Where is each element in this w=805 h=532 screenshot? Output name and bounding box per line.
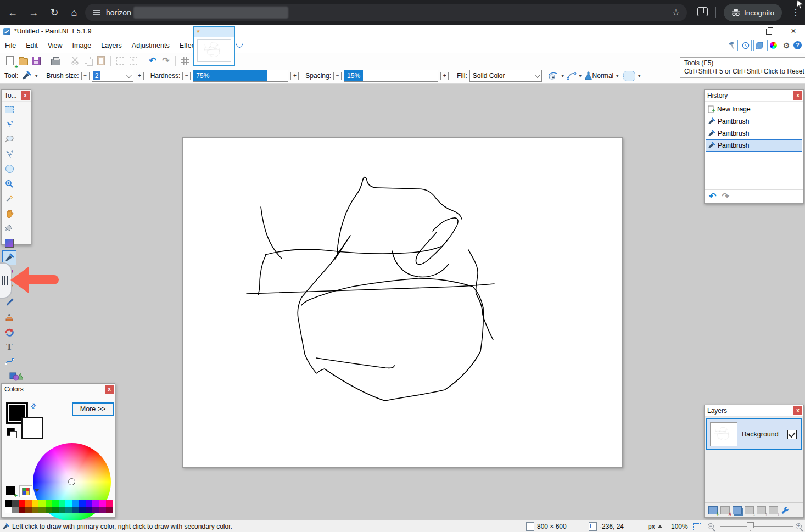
drawing-canvas[interactable] bbox=[182, 137, 623, 468]
palette-swatch[interactable] bbox=[19, 507, 25, 513]
menu-view[interactable]: View bbox=[43, 38, 68, 53]
tool-text[interactable]: T bbox=[2, 339, 16, 354]
brush-size-decrease[interactable]: − bbox=[81, 72, 90, 80]
palette-swatch[interactable] bbox=[52, 507, 59, 513]
move-layer-down-button[interactable]: ↓ bbox=[769, 506, 778, 514]
forward-icon[interactable]: → bbox=[25, 4, 42, 21]
close-icon[interactable]: x bbox=[105, 385, 114, 394]
close-button[interactable]: × bbox=[785, 25, 802, 37]
more-button[interactable]: More >> bbox=[72, 402, 114, 416]
mini-color-pair-icon[interactable] bbox=[7, 428, 15, 436]
palette-swatch[interactable] bbox=[12, 500, 18, 507]
spacing-increase[interactable]: + bbox=[440, 72, 449, 80]
tool-gradient[interactable] bbox=[2, 236, 16, 250]
palette-swatch[interactable] bbox=[79, 500, 86, 507]
move-layer-up-button[interactable]: ↑ bbox=[757, 506, 766, 514]
home-icon[interactable]: ⌂ bbox=[66, 4, 82, 21]
layer-visible-checkbox[interactable] bbox=[787, 430, 797, 439]
tool-pan[interactable] bbox=[2, 206, 16, 221]
brush-size-increase[interactable]: + bbox=[136, 72, 144, 80]
help-icon[interactable]: ? bbox=[793, 41, 802, 49]
merge-down-button[interactable]: ↓ bbox=[745, 506, 754, 514]
open-file-button[interactable] bbox=[16, 55, 30, 67]
tool-move-selection[interactable] bbox=[2, 147, 16, 161]
selection-mode-icon[interactable] bbox=[623, 71, 635, 81]
palette-swatch[interactable] bbox=[38, 500, 45, 507]
brush-size-combo[interactable]: 2 bbox=[92, 70, 133, 82]
palette-swatch[interactable] bbox=[86, 500, 92, 507]
delete-layer-button[interactable]: × bbox=[720, 506, 730, 514]
paste-button[interactable] bbox=[94, 55, 108, 67]
palette-swatch[interactable] bbox=[99, 507, 106, 513]
blend-mode-value[interactable]: Normal bbox=[592, 72, 614, 80]
zoom-level-value[interactable]: 100% bbox=[671, 523, 688, 530]
zoom-in-icon[interactable]: + bbox=[795, 523, 803, 531]
color-wheel-selector[interactable] bbox=[68, 478, 75, 485]
history-item-selected[interactable]: Paintbrush bbox=[706, 139, 802, 152]
tool-magic-wand[interactable] bbox=[2, 191, 16, 206]
add-color-button[interactable] bbox=[6, 486, 15, 495]
side-panel-icon[interactable] bbox=[697, 7, 708, 16]
tool-clone-stamp[interactable] bbox=[2, 310, 16, 324]
cut-button[interactable] bbox=[68, 55, 81, 67]
palette-swatch[interactable] bbox=[106, 507, 113, 513]
zoom-to-window-icon[interactable] bbox=[693, 523, 701, 530]
palette-swatch[interactable] bbox=[46, 500, 52, 507]
deselect-button[interactable]: × bbox=[127, 55, 140, 67]
unit-dropdown-arrow[interactable] bbox=[658, 523, 662, 528]
titlebar[interactable]: *Untitled - Paint.NET 5.1.9 – × bbox=[0, 25, 805, 37]
antialiasing-icon[interactable] bbox=[548, 71, 559, 80]
palette-swatch[interactable] bbox=[5, 507, 12, 513]
menu-image[interactable]: Image bbox=[68, 38, 97, 53]
palette-swatch[interactable] bbox=[65, 507, 72, 513]
palette-swatch[interactable] bbox=[38, 507, 45, 513]
layers-panel-toggle[interactable] bbox=[753, 40, 765, 51]
antialiasing-dropdown-arrow[interactable]: ▼ bbox=[561, 74, 565, 79]
undo-button[interactable]: ↶ bbox=[146, 55, 159, 67]
blend-mode-dropdown-arrow[interactable]: ▼ bbox=[615, 74, 619, 79]
palette-menu-button[interactable] bbox=[19, 485, 32, 497]
smoothing-dropdown-arrow[interactable]: ▼ bbox=[578, 74, 583, 79]
palette-swatch[interactable] bbox=[59, 507, 65, 513]
menu-edit[interactable]: Edit bbox=[21, 38, 43, 53]
menu-layers[interactable]: Layers bbox=[96, 38, 127, 53]
history-item[interactable]: Paintbrush bbox=[706, 127, 802, 139]
layer-row-selected[interactable]: Background bbox=[706, 418, 802, 450]
spacing-decrease[interactable]: − bbox=[333, 72, 342, 80]
history-panel-toggle[interactable] bbox=[740, 40, 752, 51]
hardness-slider[interactable]: 75% bbox=[193, 70, 288, 82]
tool-lasso-select[interactable] bbox=[2, 132, 16, 147]
tool-rectangle-select[interactable] bbox=[2, 102, 16, 117]
spacing-slider[interactable]: 15% bbox=[344, 70, 438, 82]
add-layer-button[interactable]: + bbox=[708, 506, 718, 514]
crop-button[interactable] bbox=[114, 55, 127, 67]
palette-swatch[interactable] bbox=[19, 500, 25, 507]
menu-adjustments[interactable]: Adjustments bbox=[127, 38, 175, 53]
grid-toggle-button[interactable] bbox=[178, 55, 192, 67]
palette-swatch[interactable] bbox=[92, 507, 99, 513]
close-icon[interactable]: x bbox=[21, 91, 30, 100]
palette-swatch[interactable] bbox=[59, 500, 65, 507]
secondary-color-swatch[interactable] bbox=[21, 417, 43, 439]
palette-swatch[interactable] bbox=[5, 500, 12, 507]
palette-swatch[interactable] bbox=[92, 500, 99, 507]
swap-colors-icon[interactable]: ⇄ bbox=[28, 401, 38, 411]
reload-icon[interactable]: ↻ bbox=[46, 4, 63, 21]
colors-panel-toggle[interactable] bbox=[767, 40, 779, 51]
copy-button[interactable] bbox=[81, 55, 94, 67]
palette-swatch[interactable] bbox=[72, 500, 79, 507]
redo-button[interactable]: ↷ bbox=[159, 55, 172, 67]
history-item[interactable]: New Image bbox=[706, 103, 802, 115]
image-tab[interactable]: * bbox=[193, 26, 235, 66]
menu-file[interactable]: File bbox=[0, 38, 21, 53]
tool-dropdown-arrow[interactable]: ▼ bbox=[34, 74, 38, 79]
tool-line-curve[interactable] bbox=[2, 354, 16, 369]
tool-recolor[interactable] bbox=[2, 324, 16, 339]
palette-swatch[interactable] bbox=[25, 500, 32, 507]
selection-mode-dropdown-arrow[interactable]: ▼ bbox=[637, 74, 641, 79]
bookmark-star-icon[interactable]: ☆ bbox=[668, 4, 684, 21]
hardness-increase[interactable]: + bbox=[290, 72, 299, 80]
back-icon[interactable]: ← bbox=[4, 4, 21, 21]
site-info-icon[interactable] bbox=[93, 9, 100, 16]
tools-panel-toggle[interactable] bbox=[726, 40, 738, 51]
